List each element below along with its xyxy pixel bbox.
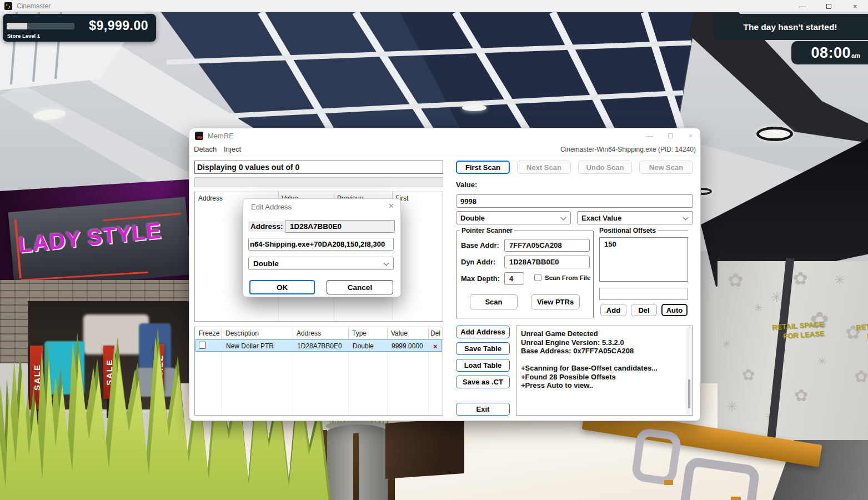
column-divider bbox=[348, 327, 349, 339]
dyn-addr-label: Dyn Addr: bbox=[461, 258, 495, 266]
memre-title: MemRE bbox=[208, 132, 234, 140]
flower-icon: ✿ bbox=[742, 366, 755, 384]
row-value: 9999.0000 bbox=[392, 342, 423, 350]
log-line: +Scanning for Base-Offset candidates... bbox=[521, 364, 681, 373]
value-input[interactable]: 9998 bbox=[456, 194, 693, 208]
flower-icon: ✿ bbox=[794, 386, 808, 405]
column-header[interactable]: Description bbox=[225, 329, 259, 337]
offset-auto-button[interactable]: Auto bbox=[661, 304, 688, 316]
clock-time: 08:00 bbox=[811, 41, 851, 64]
column-header[interactable]: Freeze bbox=[199, 329, 219, 337]
save-as-ct-button[interactable]: Save as .CT bbox=[456, 376, 510, 388]
base-addr-label: Base Addr: bbox=[461, 241, 499, 249]
maximize-button[interactable] bbox=[816, 0, 842, 12]
bench-foot bbox=[664, 480, 673, 485]
pointer-scan-button[interactable]: Scan bbox=[470, 294, 518, 309]
menu-inject[interactable]: Inject bbox=[224, 145, 241, 153]
dialog-type-selected: Double bbox=[253, 259, 279, 268]
column-header[interactable]: Address bbox=[198, 194, 223, 202]
value-type-selected: Double bbox=[460, 214, 485, 222]
table-row[interactable]: New Dollar PTR 1D28A7BB0E0 Double 9999.0… bbox=[195, 339, 442, 352]
max-depth-label: Max Depth: bbox=[461, 274, 500, 283]
freeze-checkbox[interactable] bbox=[199, 342, 206, 349]
dialog-title: Edit Address bbox=[251, 203, 292, 211]
load-table-button[interactable]: Load Table bbox=[456, 359, 510, 372]
offset-del-button[interactable]: Del bbox=[631, 304, 657, 316]
offset-add-button[interactable]: Add bbox=[600, 304, 626, 316]
flower-icon: ✳ bbox=[722, 337, 731, 351]
chevron-down-icon bbox=[561, 215, 566, 221]
display-status-box[interactable]: Displaying 0 values out of 0 bbox=[194, 161, 443, 174]
day-status-text: The day hasn't started! bbox=[743, 22, 837, 32]
column-header[interactable]: Del bbox=[430, 329, 440, 337]
log-line: Base Address: 0x7FF7A05CA208 bbox=[521, 347, 681, 356]
base-addr-input[interactable]: 7FF7A05CA208 bbox=[504, 239, 590, 252]
offset-item[interactable]: 150 bbox=[604, 240, 688, 248]
ceiling-light bbox=[756, 127, 793, 141]
dyn-addr-input[interactable]: 1D28A7BB0E0 bbox=[504, 256, 590, 268]
new-scan-button[interactable]: New Scan bbox=[639, 161, 693, 174]
flower-icon: ✳ bbox=[754, 301, 763, 314]
column-header[interactable]: Address bbox=[297, 329, 321, 337]
view-ptrs-button[interactable]: View PTRs bbox=[531, 294, 580, 309]
offset-input[interactable] bbox=[599, 288, 688, 300]
planter-wood-leg bbox=[353, 433, 359, 500]
column-divider bbox=[428, 327, 429, 339]
ok-button[interactable]: OK bbox=[249, 280, 315, 294]
value-label: Value: bbox=[456, 181, 477, 189]
edit-address-dialog: Edit Address × Address: 1D28A7BB0E0 n64-… bbox=[243, 198, 401, 297]
next-scan-button[interactable]: Next Scan bbox=[517, 161, 571, 174]
save-table-button[interactable]: Save Table bbox=[456, 342, 510, 355]
column-divider bbox=[222, 327, 222, 339]
exit-button[interactable]: Exit bbox=[456, 403, 510, 416]
flower-icon: ✳ bbox=[726, 399, 737, 414]
row-address: 1D28A7BB0E0 bbox=[297, 342, 342, 350]
log-line: Unreal Game Detected bbox=[521, 329, 681, 338]
positional-offsets-label: Positional Offsets bbox=[599, 227, 688, 234]
add-address-button[interactable]: Add Address bbox=[456, 326, 510, 338]
max-depth-input[interactable]: 4 bbox=[504, 272, 524, 285]
memre-maximize-button[interactable] bbox=[668, 133, 673, 138]
flower-icon: ✿ bbox=[727, 269, 744, 291]
lady-style-text: LADY STYLE bbox=[18, 218, 162, 258]
address-table[interactable]: Freeze Description Address Type Value De… bbox=[194, 327, 443, 416]
log-line: +Press Auto to view.. bbox=[521, 381, 681, 390]
pointer-path-field[interactable]: n64-Shipping.exe+70DA208,150,2f8,300 bbox=[248, 238, 394, 251]
dialog-type-select[interactable]: Double bbox=[248, 257, 394, 270]
row-delete-button[interactable]: × bbox=[433, 342, 438, 351]
pointer-scanner-label: Pointer Scanner bbox=[460, 227, 514, 234]
column-header[interactable]: Type bbox=[352, 329, 367, 337]
memre-close-button[interactable]: × bbox=[688, 132, 693, 140]
undo-scan-button[interactable]: Undo Scan bbox=[578, 161, 632, 174]
scan-from-file-checkbox[interactable] bbox=[534, 274, 541, 281]
attached-process-label: Cinemaster-Win64-Shipping.exe (PID: 1424… bbox=[560, 146, 696, 153]
log-line: Unreal Engine Version: 5.3.2.0 bbox=[521, 338, 681, 347]
memre-minimize-button[interactable]: — bbox=[646, 132, 653, 140]
window-title: Cinemaster bbox=[17, 2, 51, 10]
store-level-progressbar bbox=[7, 23, 74, 29]
menu-detach[interactable]: Detach bbox=[194, 145, 217, 153]
value-type-select[interactable]: Double bbox=[456, 211, 571, 224]
dialog-close-button[interactable]: × bbox=[389, 201, 394, 211]
positional-offsets-list[interactable]: 150 bbox=[599, 237, 688, 282]
log-scrollbar-thumb[interactable] bbox=[688, 379, 690, 408]
row-type: Double bbox=[353, 342, 374, 350]
address-field[interactable]: 1D28A7BB0E0 bbox=[285, 220, 395, 233]
column-header[interactable]: Value bbox=[391, 329, 408, 337]
row-description: New Dollar PTR bbox=[226, 342, 274, 350]
scan-progressbar bbox=[194, 177, 443, 187]
column-divider bbox=[387, 327, 388, 339]
day-status-banner: The day hasn't started! bbox=[713, 14, 868, 40]
minimize-button[interactable]: — bbox=[790, 0, 816, 12]
memre-menubar: Detach Inject Cinemaster-Win64-Shipping.… bbox=[189, 143, 700, 156]
first-scan-button[interactable]: First Scan bbox=[456, 161, 510, 174]
flower-icon: ✳ bbox=[817, 354, 827, 368]
scan-mode-select[interactable]: Exact Value bbox=[577, 211, 693, 224]
cancel-button[interactable]: Cancel bbox=[327, 280, 393, 294]
chevron-down-icon bbox=[683, 215, 689, 221]
os-titlebar: Cinemaster — × bbox=[0, 0, 868, 12]
close-button[interactable]: × bbox=[842, 0, 868, 12]
maximize-icon bbox=[826, 4, 831, 9]
log-scrollbar[interactable] bbox=[686, 326, 693, 415]
memre-window-controls: — × bbox=[646, 131, 693, 141]
